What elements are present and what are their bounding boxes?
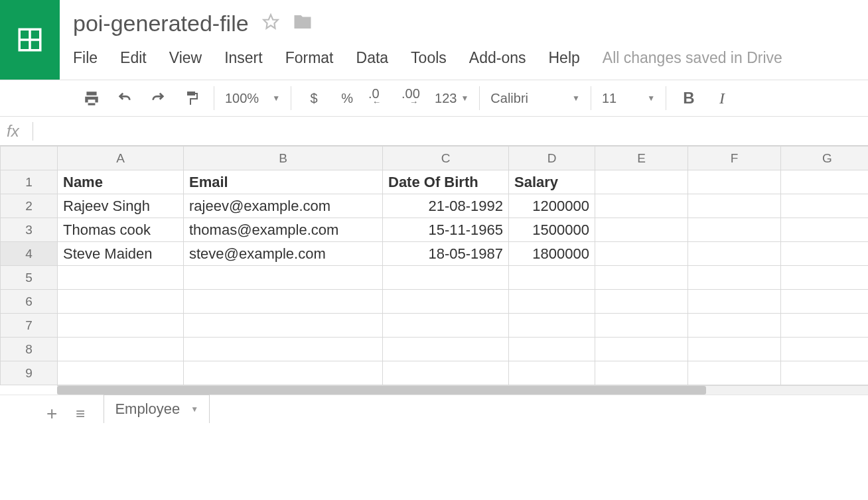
col-header-A[interactable]: A bbox=[58, 147, 184, 170]
col-header-D[interactable]: D bbox=[509, 147, 595, 170]
cell[interactable] bbox=[688, 290, 781, 314]
row-header[interactable]: 8 bbox=[1, 338, 58, 361]
menu-edit[interactable]: Edit bbox=[120, 49, 147, 67]
cell[interactable] bbox=[781, 338, 869, 361]
decrease-decimal[interactable]: .0 bbox=[368, 86, 392, 110]
undo-icon[interactable] bbox=[113, 86, 137, 110]
cell[interactable]: 15-11-1965 bbox=[383, 218, 509, 242]
cell[interactable] bbox=[781, 218, 869, 242]
cell[interactable] bbox=[509, 266, 595, 290]
col-header-G[interactable]: G bbox=[781, 147, 869, 170]
print-icon[interactable] bbox=[80, 86, 104, 110]
cell[interactable] bbox=[688, 314, 781, 338]
cell[interactable] bbox=[595, 314, 688, 338]
sheets-logo[interactable] bbox=[0, 0, 60, 80]
menu-addons[interactable]: Add-ons bbox=[469, 49, 526, 67]
cell[interactable] bbox=[595, 266, 688, 290]
cell[interactable]: Date Of Birth bbox=[383, 170, 509, 194]
add-sheet-button[interactable]: + bbox=[46, 403, 57, 424]
cell[interactable] bbox=[383, 290, 509, 314]
menu-insert[interactable]: Insert bbox=[224, 49, 263, 67]
document-title[interactable]: poi-generated-file bbox=[73, 11, 249, 36]
cell[interactable]: 21-08-1992 bbox=[383, 194, 509, 218]
cell[interactable] bbox=[595, 338, 688, 361]
col-header-C[interactable]: C bbox=[383, 147, 509, 170]
cell[interactable] bbox=[781, 314, 869, 338]
col-header-F[interactable]: F bbox=[688, 147, 781, 170]
cell[interactable]: Name bbox=[58, 170, 184, 194]
format-currency[interactable]: $ bbox=[302, 86, 326, 110]
horizontal-scrollbar[interactable] bbox=[57, 385, 868, 395]
row-header[interactable]: 7 bbox=[1, 314, 58, 338]
row-header[interactable]: 3 bbox=[1, 218, 58, 242]
italic-button[interactable]: I bbox=[710, 86, 734, 110]
row-header[interactable]: 5 bbox=[1, 266, 58, 290]
row-header[interactable]: 4 bbox=[1, 242, 58, 266]
cell[interactable] bbox=[781, 170, 869, 194]
cell[interactable]: Steve Maiden bbox=[58, 242, 184, 266]
cell[interactable] bbox=[58, 314, 184, 338]
row-header[interactable]: 1 bbox=[1, 170, 58, 194]
menu-view[interactable]: View bbox=[169, 49, 202, 67]
cell[interactable] bbox=[688, 266, 781, 290]
cell[interactable]: Email bbox=[184, 170, 383, 194]
row-header[interactable]: 2 bbox=[1, 194, 58, 218]
more-formats[interactable]: 123▼ bbox=[435, 86, 469, 110]
cell[interactable] bbox=[184, 338, 383, 361]
menu-file[interactable]: File bbox=[73, 49, 98, 67]
cell[interactable] bbox=[595, 194, 688, 218]
redo-icon[interactable] bbox=[146, 86, 170, 110]
sheet-tab-menu-icon[interactable]: ▼ bbox=[190, 405, 198, 414]
cell[interactable] bbox=[58, 361, 184, 385]
cell[interactable]: Rajeev Singh bbox=[58, 194, 184, 218]
menu-help[interactable]: Help bbox=[548, 49, 579, 67]
row-header[interactable]: 9 bbox=[1, 361, 58, 385]
select-all-corner[interactable] bbox=[1, 147, 58, 170]
cell[interactable] bbox=[595, 242, 688, 266]
cell[interactable] bbox=[383, 266, 509, 290]
col-header-B[interactable]: B bbox=[184, 147, 383, 170]
cell[interactable] bbox=[781, 194, 869, 218]
cell[interactable] bbox=[595, 361, 688, 385]
font-selector[interactable]: Calibri▼ bbox=[490, 91, 580, 106]
formula-input[interactable] bbox=[46, 117, 868, 145]
folder-icon[interactable] bbox=[293, 12, 313, 34]
cell[interactable] bbox=[383, 314, 509, 338]
menu-tools[interactable]: Tools bbox=[411, 49, 447, 67]
cell[interactable] bbox=[781, 290, 869, 314]
cell[interactable] bbox=[595, 218, 688, 242]
cell[interactable] bbox=[781, 242, 869, 266]
format-percent[interactable]: % bbox=[335, 86, 359, 110]
sheet-tab[interactable]: Employee ▼ bbox=[104, 395, 210, 423]
font-size-selector[interactable]: 11▼ bbox=[602, 91, 655, 106]
paint-format-icon[interactable] bbox=[179, 86, 203, 110]
bold-button[interactable]: B bbox=[677, 86, 701, 110]
cell[interactable]: Salary bbox=[509, 170, 595, 194]
cell[interactable] bbox=[58, 266, 184, 290]
cell[interactable] bbox=[58, 290, 184, 314]
cell[interactable] bbox=[688, 218, 781, 242]
col-header-E[interactable]: E bbox=[595, 147, 688, 170]
cell[interactable] bbox=[383, 361, 509, 385]
cell[interactable] bbox=[688, 242, 781, 266]
cell[interactable] bbox=[509, 361, 595, 385]
cell[interactable] bbox=[688, 170, 781, 194]
menu-data[interactable]: Data bbox=[356, 49, 389, 67]
increase-decimal[interactable]: .00 bbox=[401, 86, 425, 110]
cell[interactable] bbox=[509, 338, 595, 361]
cell[interactable] bbox=[509, 314, 595, 338]
cell[interactable]: steve@example.com bbox=[184, 242, 383, 266]
cell[interactable] bbox=[781, 361, 869, 385]
cell[interactable]: Thomas cook bbox=[58, 218, 184, 242]
cell[interactable] bbox=[595, 170, 688, 194]
cell[interactable] bbox=[383, 338, 509, 361]
cell[interactable] bbox=[184, 314, 383, 338]
all-sheets-button[interactable]: ≡ bbox=[76, 405, 85, 423]
cell[interactable] bbox=[688, 361, 781, 385]
cell[interactable] bbox=[781, 266, 869, 290]
cell[interactable] bbox=[509, 290, 595, 314]
cell[interactable] bbox=[184, 290, 383, 314]
cell[interactable] bbox=[184, 266, 383, 290]
cell[interactable]: 18-05-1987 bbox=[383, 242, 509, 266]
cell[interactable]: thomas@example.com bbox=[184, 218, 383, 242]
